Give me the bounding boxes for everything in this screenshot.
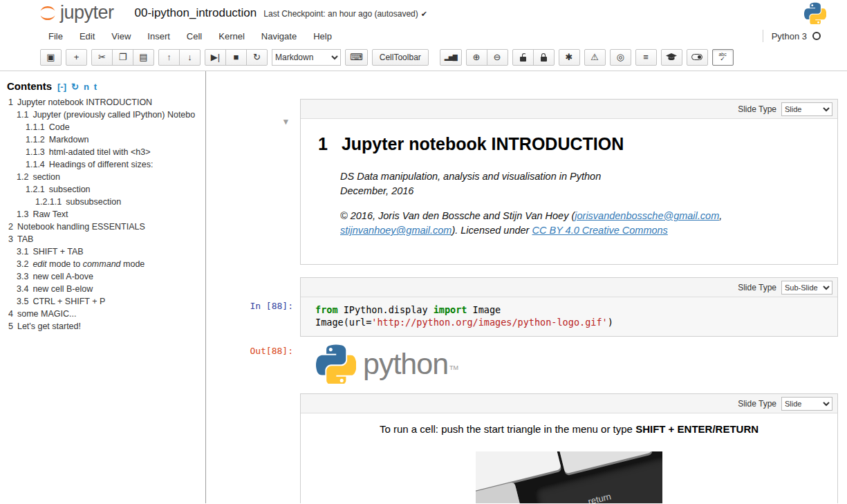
celltoolbar-button[interactable]: CellToolbar — [372, 49, 429, 66]
toc-item[interactable]: 1.1.4Headings of different sizes: — [7, 158, 203, 171]
copyright-mid1: , — [719, 210, 722, 221]
content-area: Contents [-] ↻ n t 1Jupyter notebook INT… — [0, 71, 847, 503]
notebook-title[interactable]: 00-ipython_introduction — [135, 6, 257, 20]
toc-item[interactable]: 1.3Raw Text — [7, 208, 203, 221]
toc-item[interactable]: 1.2.1.1subsubsection — [7, 196, 203, 208]
output-prompt: Out[88]: — [206, 342, 300, 384]
email-link-stijn[interactable]: stijnvanhoey@gmail.com — [340, 225, 452, 236]
code-editor[interactable]: from IPython.display import Image Image(… — [301, 297, 837, 336]
toc-item[interactable]: 3.5CTRL + SHIFT + P — [7, 295, 203, 308]
command-palette-button[interactable]: ⌨ — [345, 49, 368, 66]
toolbar: ▣ + ✂ ❐ ▤ ↑ ↓ ▶| ■ ↻ Markdown ⌨ CellTool… — [0, 46, 847, 71]
toc-item[interactable]: 1.1.1Code — [7, 121, 203, 133]
run-group: ▶| ■ ↻ — [205, 49, 268, 66]
toc-item[interactable]: 3.3new cell A-bove — [7, 270, 203, 283]
accessibility-button[interactable]: ⚠ — [584, 49, 606, 66]
tutor-button[interactable] — [661, 49, 682, 66]
github-icon: ◎ — [616, 52, 624, 62]
move-group: ↑ ↓ — [158, 49, 201, 66]
notebook-area: ▼ Slide Type Slide 1Jupyter notebook INT… — [206, 71, 847, 503]
checkmark-icon: ✔ — [421, 10, 427, 19]
save-button[interactable]: ▣ — [40, 49, 62, 66]
toc-item[interactable]: 5Let's get started! — [7, 320, 203, 333]
email-link-joris[interactable]: jorisvandenbossche@gmail.com — [575, 210, 719, 221]
markdown-body: To run a cell: push the start triangle i… — [301, 413, 837, 503]
run-cell-button[interactable]: ▶| — [205, 49, 226, 66]
zoom-out-icon: ⊖ — [494, 52, 501, 62]
kernel-idle-icon — [812, 32, 821, 40]
interrupt-kernel-button[interactable]: ■ — [225, 49, 247, 66]
add-cell-button[interactable]: + — [66, 49, 87, 66]
menu-item-kernel[interactable]: Kernel — [210, 28, 253, 45]
toc-item[interactable]: 3.1SHIFT + TAB — [7, 245, 203, 258]
hide-input-button[interactable] — [687, 49, 708, 66]
move-cell-up-button[interactable]: ↑ — [158, 49, 180, 66]
zoom-out-button[interactable]: ⊖ — [487, 49, 508, 66]
menu-item-edit[interactable]: Edit — [71, 28, 103, 45]
toc-item[interactable]: 1.2section — [7, 171, 203, 183]
toc-item[interactable]: 4some MAGIC... — [7, 308, 203, 320]
menu-item-insert[interactable]: Insert — [139, 28, 178, 45]
toc-item[interactable]: 1Jupyter notebook INTRODUCTION — [7, 96, 203, 109]
license-link[interactable]: CC BY 4.0 Creative Commons — [532, 225, 667, 236]
cell-type-select[interactable]: Markdown — [272, 49, 341, 66]
markdown-cell-intro[interactable]: Slide Type Slide 1Jupyter notebook INTRO… — [300, 99, 838, 265]
spellcheck-icon: abc ✓ — [718, 52, 726, 62]
paste-button[interactable]: ▤ — [133, 49, 154, 66]
menu-item-view[interactable]: View — [103, 28, 139, 45]
slide-type-select[interactable]: Slide — [781, 102, 832, 116]
asterisk-button[interactable]: ✱ — [559, 49, 580, 66]
toc-item[interactable]: 1.1.3html-adated titel with <h3> — [7, 146, 203, 158]
slide-type-label: Slide Type — [738, 104, 776, 114]
menu-item-file[interactable]: File — [40, 28, 71, 45]
chart-button[interactable]: ▂▅▇ — [440, 49, 462, 66]
menubar: File Edit View Insert Cell Kernel Naviga… — [0, 26, 847, 46]
github-button[interactable]: ◎ — [610, 49, 631, 66]
toc-title-toggle[interactable]: t — [94, 82, 97, 92]
keyword-from: from — [315, 304, 338, 315]
toc-item[interactable]: 1.2.1subsection — [7, 183, 203, 196]
toc-item[interactable]: 3TAB — [7, 233, 203, 245]
toc-button[interactable]: ≡ — [635, 49, 657, 66]
cut-button[interactable]: ✂ — [91, 49, 113, 66]
shortcut-text: SHIFT + ENTER/RETURN — [635, 423, 758, 435]
arrow-down-icon: ↓ — [187, 52, 192, 62]
slide-type-select[interactable]: Sub-Slide — [781, 281, 832, 295]
trademark-symbol: TM — [449, 364, 458, 371]
toc-controls: [-] ↻ n t — [57, 82, 97, 92]
menu-item-help[interactable]: Help — [305, 28, 340, 45]
toc-reload-icon[interactable]: ↻ — [71, 82, 79, 92]
move-cell-down-button[interactable]: ↓ — [179, 49, 201, 66]
warning-icon: ⚠ — [590, 52, 599, 62]
toc-numbering-toggle[interactable]: n — [84, 82, 89, 92]
checkpoint-status: Last Checkpoint: an hour ago (autosaved) — [263, 9, 418, 19]
lock-button[interactable] — [533, 49, 555, 66]
toc-item[interactable]: 3.2edit mode to command mode — [7, 258, 203, 270]
menu-item-cell[interactable]: Cell — [178, 28, 210, 45]
python-logo — [804, 2, 826, 24]
unlock-button[interactable] — [512, 49, 534, 66]
menu-item-navigate[interactable]: Navigate — [253, 28, 305, 45]
zoom-in-button[interactable]: ⊕ — [466, 49, 487, 66]
toc-item[interactable]: 1.1Jupyter (previously called IPython) N… — [7, 109, 203, 121]
markdown-cell-run[interactable]: Slide Type Slide To run a cell: push the… — [300, 393, 838, 503]
slide-type-select[interactable]: Slide — [781, 397, 832, 411]
plus-icon: + — [74, 52, 80, 62]
list-icon: ≡ — [643, 52, 649, 62]
collapse-heading-icon[interactable]: ▼ — [283, 99, 293, 128]
scissors-icon: ✂ — [98, 52, 106, 62]
code-cell[interactable]: Slide Type Sub-Slide from IPython.displa… — [300, 277, 838, 337]
toc-item[interactable]: 1.1.2Markdown — [7, 133, 203, 146]
output-row: Out[88]: python TM — [206, 342, 847, 384]
slide-type-label: Slide Type — [738, 283, 776, 292]
slide-type-label: Slide Type — [738, 399, 776, 409]
jupyter-logo[interactable]: jupyter — [39, 2, 114, 24]
toc-collapse-all-control[interactable]: [-] — [57, 82, 66, 92]
toc-item[interactable]: 2Notebook handling ESSENTIALS — [7, 221, 203, 233]
restart-kernel-button[interactable]: ↻ — [246, 49, 268, 66]
toc-item[interactable]: 3.4new cell B-elow — [7, 283, 203, 295]
python-logo-output: python TM — [316, 344, 847, 384]
lock-icon — [541, 57, 547, 62]
copy-button[interactable]: ❐ — [112, 49, 133, 66]
spellcheck-button[interactable]: abc ✓ — [712, 49, 734, 66]
